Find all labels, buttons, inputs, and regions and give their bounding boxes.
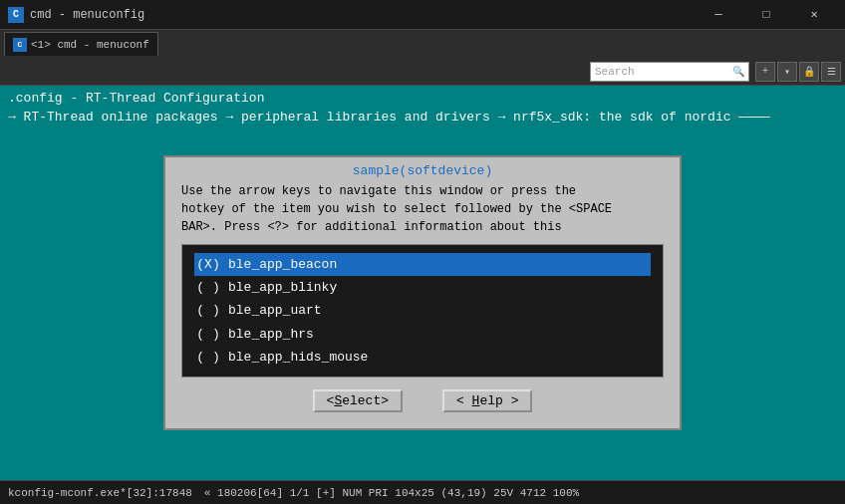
list-item[interactable]: ( )ble_app_blinky (194, 276, 651, 299)
list-item[interactable]: ( )ble_app_hrs (194, 323, 651, 346)
list-label: ble_app_hrs (228, 323, 314, 346)
dialog-overlay: sample(softdevice) Use the arrow keys to… (0, 86, 845, 480)
dialog-list[interactable]: (X)ble_app_beacon( )ble_app_blinky( )ble… (181, 244, 664, 378)
tab-label: <1> cmd - menuconf (31, 39, 149, 51)
dialog: sample(softdevice) Use the arrow keys to… (163, 155, 682, 431)
minimize-button[interactable]: — (696, 0, 741, 30)
list-radio: ( ) (194, 299, 222, 322)
dialog-instructions: Use the arrow keys to navigate this wind… (181, 182, 664, 236)
menu-icon-btn[interactable]: ☰ (821, 62, 841, 82)
status-info: « 180206[64] 1/1 [+] NUM PRI 104x25 (43,… (204, 487, 579, 499)
list-item[interactable]: ( )ble_app_hids_mouse (194, 346, 651, 369)
title-bar: C cmd - menuconfig — □ ✕ (0, 0, 845, 30)
search-placeholder: Search (595, 66, 635, 78)
maximize-button[interactable]: □ (743, 0, 789, 30)
window-title: cmd - menuconfig (30, 8, 144, 22)
terminal-area: .config - RT-Thread Configuration → RT-T… (0, 86, 845, 480)
list-radio: ( ) (194, 276, 222, 299)
list-label: ble_app_uart (228, 299, 322, 322)
dialog-body: Use the arrow keys to navigate this wind… (165, 182, 680, 429)
toolbar: Search 🔍 + ▾ 🔒 ☰ (0, 58, 845, 86)
dialog-title: sample(softdevice) (165, 157, 680, 182)
select-button[interactable]: <Select> (313, 389, 403, 412)
lock-icon-btn[interactable]: 🔒 (799, 62, 819, 82)
add-icon-btn[interactable]: + (755, 62, 775, 82)
list-label: ble_app_hids_mouse (228, 346, 368, 369)
app-icon: C (8, 7, 24, 23)
dialog-buttons: <Select> < Help > (181, 389, 664, 420)
help-button[interactable]: < Help > (442, 389, 532, 412)
search-box[interactable]: Search 🔍 (590, 62, 749, 82)
close-button[interactable]: ✕ (791, 0, 837, 30)
list-item[interactable]: ( )ble_app_uart (194, 299, 651, 322)
tab-1[interactable]: C <1> cmd - menuconf (4, 32, 158, 56)
list-label: ble_app_beacon (228, 253, 337, 276)
list-radio: ( ) (194, 323, 222, 346)
dropdown-icon-btn[interactable]: ▾ (777, 62, 797, 82)
toolbar-icons: + ▾ 🔒 ☰ (755, 62, 841, 82)
search-icon: 🔍 (732, 66, 744, 78)
status-bar: kconfig-mconf.exe*[32]:17848 « 180206[64… (0, 480, 845, 504)
list-item[interactable]: (X)ble_app_beacon (194, 253, 651, 276)
window-controls: — □ ✕ (696, 0, 837, 30)
list-radio: ( ) (194, 346, 222, 369)
title-bar-left: C cmd - menuconfig (8, 7, 144, 23)
status-process: kconfig-mconf.exe*[32]:17848 (8, 487, 192, 499)
list-label: ble_app_blinky (228, 276, 337, 299)
tab-icon: C (13, 38, 27, 52)
list-radio: (X) (194, 253, 222, 276)
tab-bar: C <1> cmd - menuconf (0, 30, 845, 58)
